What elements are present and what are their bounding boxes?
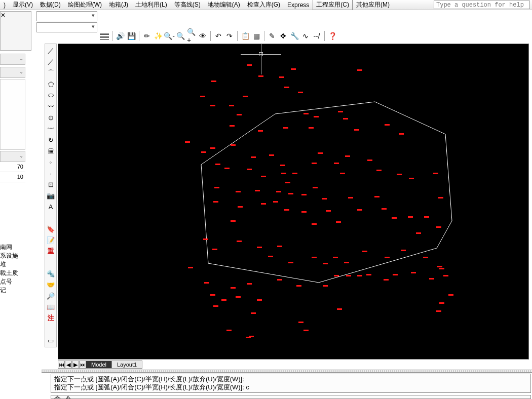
splitter[interactable] — [42, 370, 532, 373]
menu-cadastre[interactable]: 地籍(J) — [105, 0, 132, 10]
survey-point — [203, 238, 208, 240]
survey-point — [436, 310, 441, 312]
tab-model[interactable]: Model — [86, 361, 112, 369]
survey-point — [273, 201, 278, 203]
panel-section-1[interactable]: ⌄ — [0, 54, 25, 65]
grid-icon[interactable]: ▦ — [251, 31, 261, 41]
survey-point — [277, 279, 282, 281]
zoom-in-icon[interactable]: 🔍+ — [186, 31, 197, 41]
survey-point — [385, 257, 390, 258]
draw-tool-26[interactable]: ▭ — [46, 335, 56, 345]
draw-tool-16[interactable]: 🔖 — [46, 224, 56, 234]
pencil-icon[interactable]: ✏ — [142, 31, 152, 41]
save-icon[interactable]: 💾 — [126, 31, 136, 41]
draw-tool-21[interactable]: 🤝 — [46, 280, 56, 290]
zoom-out-icon[interactable]: 🔍- — [164, 31, 174, 41]
draw-tool-23[interactable]: 📖 — [46, 302, 56, 312]
draw-tool-12[interactable]: ⊡ — [46, 179, 56, 189]
survey-point — [448, 294, 453, 296]
hatch-icon[interactable] — [99, 31, 109, 41]
clipboard-icon[interactable]: 📋 — [240, 31, 250, 41]
survey-point — [237, 241, 242, 242]
undo-icon[interactable]: ↶ — [213, 31, 223, 41]
draw-tool-14[interactable]: A — [46, 202, 56, 212]
draw-tool-7[interactable]: 〰 — [46, 124, 56, 134]
survey-point — [249, 336, 254, 337]
layer-label[interactable]: 点号 — [0, 277, 30, 286]
wave-icon[interactable]: ∿ — [300, 31, 311, 41]
layer-label[interactable]: 系设施 — [0, 252, 30, 260]
draw-tool-1[interactable]: ／ — [46, 57, 56, 67]
menu-express[interactable]: Express — [284, 1, 313, 10]
drawing-canvas[interactable] — [58, 44, 528, 359]
wrench-icon[interactable]: 🔧 — [289, 31, 299, 41]
menu-data[interactable]: 数据(D) — [36, 0, 64, 10]
draw-tool-0[interactable]: ／ — [46, 46, 56, 56]
draw-tool-6[interactable]: ⊙ — [46, 112, 56, 123]
style-combo-2[interactable] — [36, 22, 97, 32]
style-combo-1[interactable] — [36, 11, 97, 21]
survey-point — [238, 206, 243, 208]
menu-contour[interactable]: 等高线(S) — [171, 0, 204, 10]
tab-first-icon[interactable]: ⏮ — [58, 361, 65, 369]
command-input[interactable]: 命 令 — [51, 395, 531, 399]
draw-tool-20[interactable]: 🔩 — [46, 268, 56, 278]
dash-icon[interactable]: --/ — [312, 31, 322, 41]
help-icon[interactable]: ❓ — [327, 31, 337, 41]
menu-draw[interactable]: 绘图处理(W) — [64, 0, 105, 10]
tab-layout1[interactable]: Layout1 — [111, 361, 142, 369]
draw-tool-9[interactable]: 🏛 — [46, 146, 56, 156]
layer-label[interactable]: 載土质 — [0, 269, 30, 277]
pan-icon[interactable]: 👁 — [198, 31, 208, 41]
menu-landuse[interactable]: 土地利用(L) — [132, 0, 171, 10]
survey-point — [261, 203, 266, 205]
zoom-icon[interactable]: 🔍 — [175, 31, 185, 41]
draw-tool-5[interactable]: 〰 — [46, 101, 56, 111]
survey-point — [292, 173, 297, 174]
panel-section-3[interactable]: ⌄ — [0, 151, 25, 162]
edit-icon[interactable]: ✎ — [267, 31, 277, 41]
draw-tool-19[interactable] — [46, 257, 56, 267]
menu-view[interactable]: 显示(V) — [9, 0, 36, 10]
layer-label[interactable]: 堆 — [0, 260, 30, 269]
tab-next-icon[interactable]: ▶ — [72, 361, 79, 369]
panel-close-icon[interactable]: ✕ — [0, 11, 31, 51]
menu-other[interactable]: 其他应用(M) — [353, 0, 393, 10]
menu-e[interactable]: ) — [0, 1, 9, 10]
redo-icon[interactable]: ↷ — [224, 31, 235, 41]
draw-tool-2[interactable]: ⌒ — [46, 68, 56, 78]
survey-point — [261, 176, 266, 177]
draw-tool-18[interactable]: 重 — [46, 246, 56, 256]
move-icon[interactable]: ✥ — [278, 31, 288, 41]
draw-tool-8[interactable]: ↻ — [46, 135, 56, 145]
survey-point — [288, 262, 293, 263]
menu-check[interactable]: 检查入库(G) — [244, 0, 284, 10]
draw-tool-15[interactable] — [46, 213, 56, 223]
tab-prev-icon[interactable]: ◀ — [65, 361, 72, 369]
menu-engineering[interactable]: 工程应用(C) — [313, 0, 353, 10]
survey-point — [312, 223, 317, 225]
draw-tool-4[interactable]: ⬭ — [46, 90, 56, 100]
survey-point — [257, 247, 262, 248]
draw-tool-17[interactable]: 📝 — [46, 235, 56, 245]
sparkle-icon[interactable]: ✨ — [153, 31, 163, 41]
survey-point — [367, 159, 372, 161]
draw-tool-10[interactable]: ◦ — [46, 157, 56, 167]
value-row-1: 70 — [0, 162, 25, 172]
menu-feature-edit[interactable]: 地物编辑(A) — [204, 0, 244, 10]
draw-tool-25[interactable] — [46, 324, 56, 334]
draw-tool-3[interactable]: ⬠ — [46, 79, 56, 89]
panel-section-2[interactable]: ⌄ — [0, 67, 25, 78]
draw-tool-11[interactable]: · — [46, 168, 56, 178]
layer-label[interactable]: 记 — [0, 286, 30, 295]
main-toolbar: 🔊 💾 ✏ ✨ 🔍- 🔍 🔍+ 👁 ↶ ↷ 📋 ▦ ✎ ✥ 🔧 ∿ --/ ❓ — [99, 30, 337, 42]
draw-tool-13[interactable]: 📷 — [46, 190, 56, 201]
draw-tool-22[interactable]: 🔎 — [46, 291, 56, 301]
draw-tool-24[interactable]: 注 — [46, 313, 56, 323]
announce-icon[interactable]: 🔊 — [115, 31, 125, 41]
survey-point — [322, 198, 327, 200]
layer-label[interactable]: 南网 — [0, 243, 30, 252]
survey-point — [362, 251, 367, 252]
tab-last-icon[interactable]: ⏭ — [79, 361, 86, 369]
help-search-input[interactable] — [434, 1, 530, 9]
